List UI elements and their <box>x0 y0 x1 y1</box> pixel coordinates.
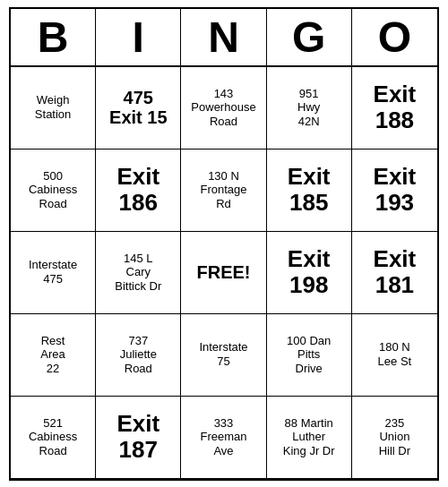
bingo-cell: 130 N Frontage Rd <box>181 150 266 232</box>
cell-content: 88 Martin Luther King Jr Dr <box>283 416 335 458</box>
bingo-cell: 951 Hwy 42N <box>267 67 352 150</box>
cell-content: Exit 193 <box>374 164 417 215</box>
cell-content: 235 Union Hill Dr <box>379 416 410 458</box>
cell-content: Rest Area 22 <box>40 334 65 376</box>
bingo-cell: Rest Area 22 <box>11 314 96 397</box>
header-letter: B <box>11 9 96 65</box>
bingo-cell: 333 Freeman Ave <box>181 397 266 479</box>
bingo-cell: FREE! <box>181 232 266 314</box>
bingo-grid: Weigh Station475 Exit 15143 Powerhouse R… <box>11 67 437 479</box>
cell-content: 143 Powerhouse Road <box>191 87 255 129</box>
bingo-cell: Exit 193 <box>352 150 437 232</box>
cell-content: Interstate 75 <box>199 340 247 368</box>
cell-content: Exit 187 <box>116 411 159 462</box>
cell-content: Exit 198 <box>288 246 331 297</box>
bingo-card: BINGO Weigh Station475 Exit 15143 Powerh… <box>9 7 439 481</box>
bingo-cell: Exit 185 <box>267 150 352 232</box>
bingo-cell: 100 Dan Pitts Drive <box>267 314 352 397</box>
bingo-cell: Interstate 475 <box>11 232 96 314</box>
bingo-cell: 235 Union Hill Dr <box>352 397 437 479</box>
bingo-header: BINGO <box>11 9 437 67</box>
cell-content: Exit 181 <box>374 246 417 297</box>
bingo-cell: Weigh Station <box>11 67 96 150</box>
bingo-cell: 180 N Lee St <box>352 314 437 397</box>
cell-content: 180 N Lee St <box>378 340 412 368</box>
bingo-cell: 500 Cabiness Road <box>11 150 96 232</box>
bingo-cell: Exit 186 <box>96 150 181 232</box>
bingo-cell: Exit 188 <box>352 67 437 150</box>
header-letter: G <box>267 9 352 65</box>
cell-content: 145 L Cary Bittick Dr <box>115 252 161 294</box>
bingo-cell: 88 Martin Luther King Jr Dr <box>267 397 352 479</box>
bingo-cell: 737 Juliette Road <box>96 314 181 397</box>
cell-content: 333 Freeman Ave <box>200 416 246 458</box>
cell-content: 951 Hwy 42N <box>297 87 320 129</box>
cell-content: 475 Exit 15 <box>109 88 167 127</box>
bingo-cell: Exit 198 <box>267 232 352 314</box>
cell-content: 130 N Frontage Rd <box>200 169 246 211</box>
header-letter: O <box>352 9 437 65</box>
bingo-cell: 145 L Cary Bittick Dr <box>96 232 181 314</box>
cell-content: Exit 186 <box>116 164 159 215</box>
bingo-cell: Exit 181 <box>352 232 437 314</box>
bingo-cell: 475 Exit 15 <box>96 67 181 150</box>
cell-content: Interstate 475 <box>29 258 77 286</box>
bingo-cell: Exit 187 <box>96 397 181 479</box>
cell-content: 737 Juliette Road <box>120 334 157 376</box>
bingo-cell: 143 Powerhouse Road <box>181 67 266 150</box>
cell-content: 500 Cabiness Road <box>29 169 77 211</box>
header-letter: I <box>96 9 181 65</box>
cell-content: 100 Dan Pitts Drive <box>287 334 331 376</box>
header-letter: N <box>181 9 266 65</box>
cell-content: Exit 188 <box>374 81 417 132</box>
bingo-cell: 521 Cabiness Road <box>11 397 96 479</box>
cell-content: 521 Cabiness Road <box>29 416 77 458</box>
bingo-cell: Interstate 75 <box>181 314 266 397</box>
cell-content: Weigh Station <box>35 93 71 121</box>
cell-content: Exit 185 <box>288 164 331 215</box>
cell-content: FREE! <box>196 262 250 282</box>
